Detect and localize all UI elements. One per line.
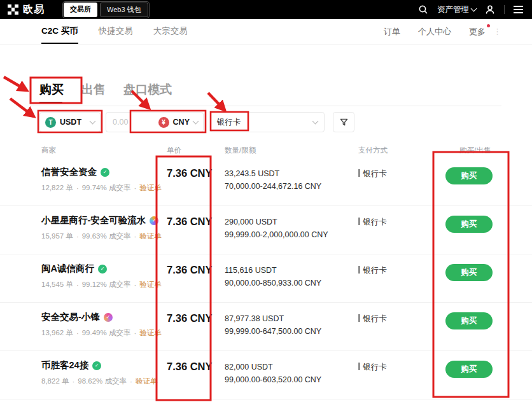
- tab-orderbook-mode[interactable]: 盘口模式: [123, 81, 172, 98]
- merchant-name-text: 小星星商行-安全可验流水: [41, 214, 146, 226]
- merchant-name[interactable]: 小星星商行-安全可验流水 ✓: [41, 214, 167, 226]
- payment-cell: 银行卡: [358, 214, 439, 254]
- completion-rate: 99.63% 成交率: [82, 232, 131, 241]
- merchant-cell: 币胜客24接 ✓ 8,822 单 · 98.62% 成交率 · 验证单: [41, 359, 167, 399]
- buy-button[interactable]: 购买: [445, 216, 493, 233]
- merchant-name[interactable]: 安全交易-小锋 ✓: [41, 311, 167, 323]
- quantity-limit-cell: 33,243.5 USDT 70,000.00-244,672.16 CNY: [225, 166, 358, 205]
- nav-orders[interactable]: 订单: [384, 26, 400, 38]
- price-cell: 7.36 CNY: [167, 166, 225, 205]
- payment-color-bar: [358, 266, 360, 274]
- merchant-name[interactable]: 闽A诚信商行 ✓: [41, 263, 167, 275]
- limit-value: 99,000.00-603,520.00 CNY: [225, 373, 358, 386]
- fiat-select[interactable]: ¥ CNY: [158, 117, 198, 128]
- payment-color-bar: [358, 169, 360, 177]
- price-cell: 7.36 CNY: [167, 311, 225, 350]
- nav-block-trade[interactable]: 大宗交易: [153, 19, 188, 44]
- amount-input[interactable]: [113, 118, 143, 127]
- table-header: 商家 单价 数量/限额 支付方式 购买/出售: [0, 142, 532, 158]
- dot-separator: ·: [76, 233, 79, 240]
- payment-color-bar: [358, 218, 360, 225]
- advanced-filter-button[interactable]: [333, 112, 354, 132]
- offer-list: 信誉安全资金 ✓ 12,822 单 · 99.74% 成交率 · 验证单 7.3…: [0, 158, 532, 399]
- payment-select[interactable]: 银行卡: [210, 112, 325, 132]
- chevron-down-icon: [193, 118, 199, 124]
- quantity-value: 33,243.5 USDT: [225, 167, 358, 180]
- buy-button[interactable]: 购买: [445, 264, 493, 281]
- filter-bar: T USDT ¥ CNY 银行卡: [0, 112, 532, 132]
- offer-row: 安全交易-小锋 ✓ 13,962 单 · 99.49% 成交率 · 验证单 7.…: [0, 303, 532, 351]
- verified-badge[interactable]: 验证单: [139, 232, 162, 241]
- search-icon[interactable]: [418, 4, 428, 15]
- completion-rate: 99.12% 成交率: [82, 280, 131, 289]
- notification-dot: [487, 24, 490, 27]
- limit-value: 99,999.00-2,000,000.00 CNY: [225, 228, 358, 241]
- dot-separator: ·: [134, 233, 136, 240]
- user-icon[interactable]: [485, 4, 495, 15]
- price-cell: 7.36 CNY: [167, 263, 225, 302]
- order-count: 12,822 单: [41, 183, 73, 193]
- action-cell: 购买: [439, 214, 509, 254]
- merchant-name[interactable]: 币胜客24接 ✓: [41, 359, 167, 371]
- quantity-limit-cell: 115,616 USDT 90,000.00-850,933.00 CNY: [225, 263, 358, 302]
- vertical-dots-icon[interactable]: ⋮: [493, 27, 501, 36]
- crypto-select-value: USDT: [60, 118, 81, 127]
- header-buy-sell: 购买/出售: [439, 146, 509, 155]
- completion-rate: 98.62% 成交率: [78, 377, 127, 386]
- merchant-stats: 12,822 单 · 99.74% 成交率 · 验证单: [41, 183, 167, 193]
- tab-buy[interactable]: 购买: [39, 81, 64, 98]
- nav-more-label: 更多: [469, 27, 486, 36]
- secondary-nav-left: C2C 买币 快捷交易 大宗交易: [41, 19, 188, 44]
- nav-express-trade[interactable]: 快捷交易: [99, 19, 133, 44]
- verified-badge[interactable]: 验证单: [139, 183, 162, 193]
- crypto-select[interactable]: T USDT: [39, 112, 101, 132]
- tab-web3-wallet[interactable]: Web3 钱包: [100, 3, 148, 17]
- menu-icon[interactable]: [514, 6, 523, 13]
- merchant-badge: ✓: [98, 265, 107, 274]
- limit-value: 90,000.00-850,933.00 CNY: [225, 277, 358, 289]
- payment-method: 银行卡: [363, 314, 388, 324]
- action-cell: 购买: [439, 166, 509, 205]
- buy-button[interactable]: 购买: [445, 167, 493, 184]
- quantity-value: 290,000 USDT: [225, 216, 358, 228]
- okx-logo[interactable]: 欧易: [8, 3, 45, 17]
- merchant-cell: 小星星商行-安全可验流水 ✓ 15,957 单 · 99.63% 成交率 · 验…: [41, 214, 167, 254]
- header-payment: 支付方式: [358, 146, 439, 155]
- payment-method: 银行卡: [363, 169, 388, 179]
- verified-badge[interactable]: 验证单: [136, 377, 158, 386]
- chevron-down-icon: [471, 6, 477, 12]
- merchant-badge: ✓: [150, 216, 158, 225]
- tab-sell[interactable]: 出售: [81, 81, 106, 98]
- merchant-badge: ✓: [104, 313, 113, 322]
- secondary-nav-right: 订单 个人中心 更多 ⋮: [384, 26, 501, 38]
- amount-control: ¥ CNY: [106, 112, 204, 132]
- offer-row: 闽A诚信商行 ✓ 14,545 单 · 99.12% 成交率 · 验证单 7.3…: [0, 254, 532, 303]
- merchant-name[interactable]: 信誉安全资金 ✓: [41, 166, 167, 178]
- action-cell: 购买: [439, 311, 509, 350]
- limit-value: 99,999.00-647,500.00 CNY: [225, 325, 358, 338]
- nav-more[interactable]: 更多: [469, 26, 486, 38]
- fiat-select-value: CNY: [173, 118, 190, 127]
- header-quantity-limit: 数量/限额: [225, 146, 358, 155]
- assets-menu[interactable]: 资产管理: [437, 4, 476, 15]
- tabs-divider: [31, 106, 501, 106]
- buy-button[interactable]: 购买: [445, 312, 493, 329]
- nav-profile[interactable]: 个人中心: [418, 26, 451, 38]
- payment-color-bar: [358, 314, 360, 322]
- merchant-badge: ✓: [101, 168, 109, 177]
- brand-name: 欧易: [23, 3, 45, 17]
- merchant-name-text: 闽A诚信商行: [41, 263, 94, 275]
- completion-rate: 99.74% 成交率: [82, 183, 131, 193]
- verified-badge[interactable]: 验证单: [139, 328, 162, 338]
- buy-button[interactable]: 购买: [445, 361, 493, 378]
- verified-badge[interactable]: 验证单: [139, 280, 162, 289]
- quantity-value: 87,977.38 USDT: [225, 312, 358, 325]
- nav-c2c-buy[interactable]: C2C 买币: [41, 19, 78, 44]
- offer-row: 信誉安全资金 ✓ 12,822 单 · 99.74% 成交率 · 验证单 7.3…: [0, 158, 532, 206]
- topbar-divider: [504, 5, 505, 14]
- merchant-cell: 闽A诚信商行 ✓ 14,545 单 · 99.12% 成交率 · 验证单: [41, 263, 167, 302]
- action-cell: 购买: [439, 263, 509, 302]
- dot-separator: ·: [134, 281, 136, 289]
- tab-exchange[interactable]: 交易所: [64, 3, 97, 17]
- trade-mode-tabs: 购买 出售 盘口模式: [39, 81, 172, 98]
